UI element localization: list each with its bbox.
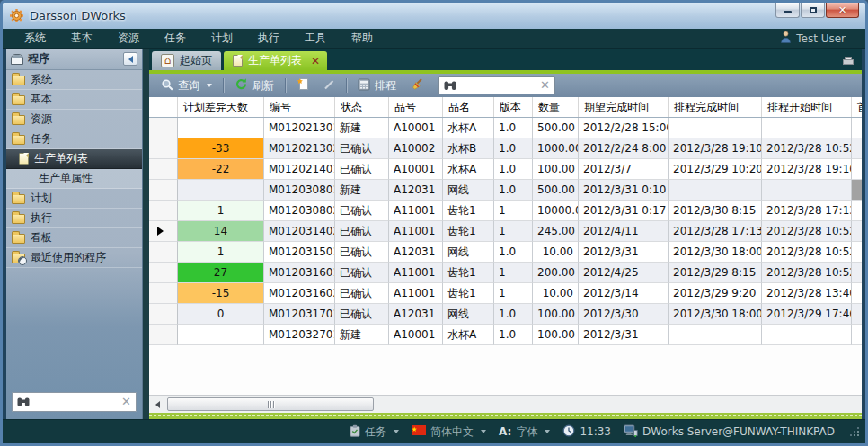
cell[interactable]: 2012/4/11 xyxy=(579,221,669,242)
cell[interactable]: M012031601 xyxy=(264,263,335,283)
cell[interactable]: 1 xyxy=(494,221,533,242)
column-header[interactable]: 编号 xyxy=(264,97,335,117)
cell[interactable]: 200.00 xyxy=(533,263,579,283)
row-selector[interactable] xyxy=(149,263,178,283)
cell[interactable]: 2012/3/28 19:10 xyxy=(669,138,762,159)
menu-item[interactable]: 计划 xyxy=(199,31,245,46)
scroll-left-icon[interactable] xyxy=(149,397,165,413)
tab-close-icon[interactable]: ✕ xyxy=(311,55,320,67)
cell[interactable]: A12031 xyxy=(389,304,443,325)
cell[interactable]: 2012/3/28 10:52 xyxy=(762,242,852,263)
cell[interactable]: A11001 xyxy=(389,283,443,304)
edit-button[interactable] xyxy=(318,76,340,95)
column-header[interactable]: 期望完成时间 xyxy=(579,97,669,117)
sidebar-item[interactable]: 生产单列表 xyxy=(6,149,142,169)
cell[interactable]: 1.0 xyxy=(494,180,533,201)
cell[interactable] xyxy=(762,180,852,201)
cell[interactable]: 10000.00 xyxy=(533,201,579,221)
cell[interactable]: 2012/3/14 xyxy=(579,283,669,304)
cell[interactable]: 水杯B xyxy=(443,138,494,159)
cell[interactable]: 1.0 xyxy=(494,118,533,138)
table-row[interactable]: M012030801新建A12031网线1.0500.002012/3/31 0… xyxy=(149,180,862,201)
cell[interactable] xyxy=(762,325,852,345)
cell[interactable]: 1 xyxy=(494,283,533,304)
cell[interactable]: 新建 xyxy=(335,325,389,345)
cell[interactable]: 2012/3/31 0:10 xyxy=(579,180,669,201)
cell[interactable]: 水杯A xyxy=(443,159,494,180)
cell[interactable]: 1.0 xyxy=(494,304,533,325)
cell-overflow[interactable] xyxy=(852,242,862,263)
row-selector[interactable] xyxy=(149,242,178,263)
cell-overflow[interactable] xyxy=(852,118,862,138)
clean-button[interactable] xyxy=(404,76,428,95)
cell[interactable]: 水杯A xyxy=(443,118,494,138)
status-language-menu[interactable]: 简体中文 xyxy=(412,424,486,440)
cell-plan-diff-days[interactable]: 0 xyxy=(178,304,264,325)
cell-overflow[interactable] xyxy=(852,159,862,180)
cell[interactable]: 2012/2/28 15:00 xyxy=(579,118,669,138)
cell[interactable]: 齿轮1 xyxy=(443,201,494,221)
cell[interactable]: 已确认 xyxy=(335,263,389,283)
schedule-button[interactable]: 排程 xyxy=(353,76,401,95)
cell-overflow[interactable] xyxy=(852,221,862,242)
cell[interactable]: 1.0 xyxy=(494,159,533,180)
sidebar-collapse-button[interactable] xyxy=(123,52,137,66)
cell[interactable]: 已确认 xyxy=(335,138,389,159)
cell[interactable]: 100.00 xyxy=(533,325,579,345)
table-row[interactable]: M012032701新建A10001水杯A1.0100.002012/3/31 xyxy=(149,325,862,345)
restore-button[interactable] xyxy=(801,3,825,18)
minimize-button[interactable] xyxy=(775,3,800,18)
column-header[interactable]: 排程完成时间 xyxy=(669,97,762,117)
cell[interactable]: 2012/3/29 8:15 xyxy=(669,263,762,283)
sidebar-item[interactable]: 生产单属性 xyxy=(6,169,142,189)
cell[interactable]: 2012/3/30 18:00 xyxy=(669,242,762,263)
cell[interactable]: A11001 xyxy=(389,221,443,242)
cell[interactable]: 500.00 xyxy=(533,180,579,201)
splitter[interactable] xyxy=(143,49,149,419)
sidebar-search-clear-icon[interactable]: ✕ xyxy=(121,397,131,407)
cell-overflow[interactable]: # xyxy=(852,180,862,201)
cell-overflow[interactable] xyxy=(852,201,862,221)
query-button[interactable]: 查询 xyxy=(156,76,217,95)
cell[interactable]: 2012/3/30 18:00 xyxy=(669,304,762,325)
column-header[interactable]: 版本 xyxy=(494,97,533,117)
cell[interactable]: 100.00 xyxy=(533,304,579,325)
cell[interactable]: M012030802 xyxy=(264,201,335,221)
cell-plan-diff-days[interactable]: 1 xyxy=(178,242,264,263)
row-selector[interactable] xyxy=(149,118,178,138)
cell[interactable]: 1.0 xyxy=(494,138,533,159)
cell[interactable]: 2012/3/28 17:13 xyxy=(669,221,762,242)
sidebar-search[interactable]: ✕ xyxy=(12,392,137,412)
cell[interactable]: 2012/3/29 10:20 xyxy=(669,159,762,180)
cell[interactable]: 2012/3/29 9:20 xyxy=(669,283,762,304)
cell[interactable]: 网线 xyxy=(443,180,494,201)
menu-item[interactable]: 工具 xyxy=(292,31,339,46)
cell[interactable]: M012021401 xyxy=(264,159,335,180)
sidebar-item[interactable]: 系统 xyxy=(6,70,142,90)
menu-item[interactable]: 系统 xyxy=(12,31,58,46)
cell[interactable]: 2012/3/31 0:17 xyxy=(579,201,669,221)
toolbar-search-input[interactable] xyxy=(460,79,536,92)
cell-plan-diff-days[interactable]: 27 xyxy=(178,263,264,283)
cell[interactable]: 已确认 xyxy=(335,159,389,180)
cell[interactable]: M012030801 xyxy=(264,180,335,201)
sidebar-item[interactable]: 看板 xyxy=(6,228,142,248)
column-header[interactable]: 计划差异天数 xyxy=(178,97,264,117)
cell[interactable]: 10.00 xyxy=(533,283,579,304)
refresh-button[interactable]: 刷新 xyxy=(230,76,279,95)
table-row[interactable]: -33M012021302已确认A10002水杯B1.01000.002012/… xyxy=(149,138,862,159)
sidebar-item[interactable]: 计划 xyxy=(6,189,142,209)
cell[interactable]: 新建 xyxy=(335,118,389,138)
sidebar-item[interactable]: 基本 xyxy=(6,90,142,110)
cell-overflow[interactable] xyxy=(852,325,862,345)
sidebar-item[interactable]: 最近使用的程序 xyxy=(6,248,142,268)
cell[interactable]: 2012/3/28 13:40 xyxy=(762,283,852,304)
cell[interactable]: 2012/3/28 19:10 xyxy=(762,159,852,180)
status-task-menu[interactable]: 任务 xyxy=(350,424,399,440)
row-selector[interactable] xyxy=(149,304,178,325)
row-selector[interactable] xyxy=(149,221,178,242)
cell-plan-diff-days[interactable] xyxy=(178,180,264,201)
tab[interactable]: 生产单列表✕ xyxy=(224,51,327,70)
cell-overflow[interactable] xyxy=(852,283,862,304)
sidebar-item[interactable]: 执行 xyxy=(6,209,142,228)
